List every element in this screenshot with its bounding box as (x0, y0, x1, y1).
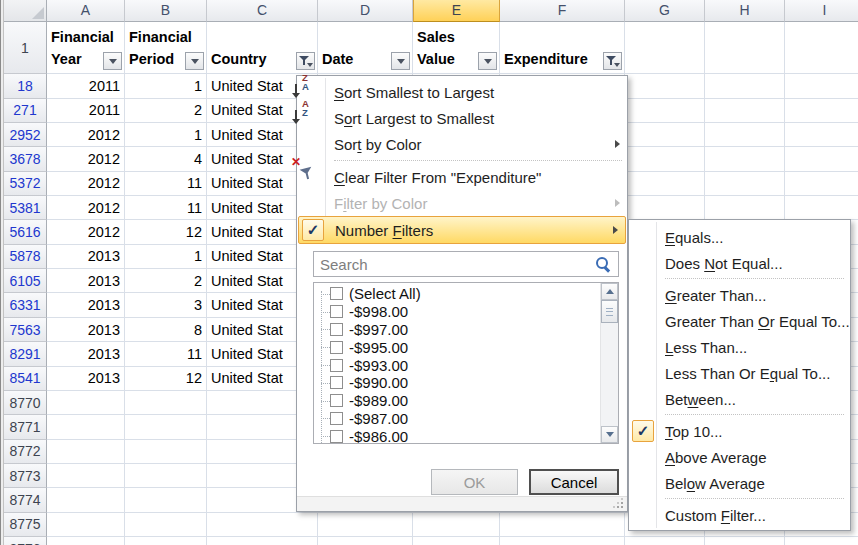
filter-value-99500[interactable]: -$995.00 (314, 338, 601, 356)
cell-B5372[interactable]: 11 (125, 172, 207, 196)
submenu-item-above-average[interactable]: Above Average (629, 444, 850, 470)
cell-E8776[interactable] (413, 537, 500, 545)
cell-A8773[interactable] (47, 464, 125, 488)
cell-H271[interactable] (705, 99, 785, 123)
cell-H3678[interactable] (705, 147, 785, 171)
resize-grip-icon[interactable] (611, 498, 623, 508)
row-header-8776[interactable]: 8776 (4, 537, 47, 545)
cell-G2952[interactable] (625, 123, 705, 147)
scrollbar-thumb[interactable] (601, 300, 618, 323)
row-header-8774[interactable]: 8774 (4, 488, 47, 512)
filter-button-date[interactable] (391, 52, 410, 70)
cell-I8776[interactable] (785, 537, 858, 545)
cell-E8775[interactable] (413, 513, 500, 537)
filter-button-financial-year[interactable] (103, 52, 122, 70)
cell-A18[interactable]: 2011 (47, 74, 125, 98)
cell-B8773[interactable] (125, 464, 207, 488)
row-header-8773[interactable]: 8773 (4, 464, 47, 488)
row-header-6331[interactable]: 6331 (4, 293, 47, 317)
cell-I271[interactable] (785, 99, 858, 123)
menu-resize-strip[interactable] (297, 496, 627, 511)
cell-B8776[interactable] (125, 537, 207, 545)
cell-G5372[interactable] (625, 172, 705, 196)
checkbox-unchecked[interactable] (330, 323, 343, 336)
filter-value-98700[interactable]: -$987.00 (314, 410, 601, 428)
row-header-271[interactable]: 271 (4, 99, 47, 123)
column-header-G[interactable]: G (625, 0, 705, 22)
cell-G271[interactable] (625, 99, 705, 123)
submenu-item-greater-than-or-equal-to[interactable]: Greater Than Or Equal To... (629, 308, 850, 334)
scroll-up-button[interactable] (601, 283, 618, 300)
filter-value-99000[interactable]: -$990.00 (314, 374, 601, 392)
filter-button-expenditure[interactable] (603, 52, 622, 70)
menu-item-number-filters[interactable]: ✓Number Filters (298, 216, 626, 244)
checkbox-unchecked[interactable] (330, 305, 343, 318)
menu-item-clear-filter-from-expenditure[interactable]: ✕Clear Filter From "Expenditure" (297, 164, 627, 190)
cell-B8771[interactable] (125, 415, 207, 439)
cell-C8776[interactable] (207, 537, 318, 545)
checkbox-unchecked[interactable] (330, 430, 343, 443)
cell-G5381[interactable] (625, 196, 705, 220)
cell-H5381[interactable] (705, 196, 785, 220)
filter-button-financial-period[interactable] (185, 52, 204, 70)
cell-B8774[interactable] (125, 488, 207, 512)
column-header-C[interactable]: C (207, 0, 318, 22)
row-header-1[interactable]: 1 (4, 22, 47, 74)
cell-I5381[interactable] (785, 196, 858, 220)
list-scrollbar[interactable] (600, 283, 618, 443)
submenu-item-custom-filter[interactable]: Custom Filter... (629, 502, 850, 528)
cell-B271[interactable]: 2 (125, 99, 207, 123)
row-header-5878[interactable]: 5878 (4, 245, 47, 269)
cell-B2952[interactable]: 1 (125, 123, 207, 147)
filter-button-country[interactable] (296, 52, 315, 70)
filter-value-98600[interactable]: -$986.00 (314, 427, 601, 443)
filter-value-select-all[interactable]: (Select All) (314, 285, 601, 303)
cell-A8771[interactable] (47, 415, 125, 439)
checkbox-unchecked[interactable] (330, 376, 343, 389)
cell-B18[interactable]: 1 (125, 74, 207, 98)
submenu-item-top-10[interactable]: ✓Top 10... (629, 418, 850, 444)
cell-B5878[interactable]: 1 (125, 245, 207, 269)
cell-A5372[interactable]: 2012 (47, 172, 125, 196)
cell-A5616[interactable]: 2012 (47, 220, 125, 244)
submenu-item-equals[interactable]: Equals... (629, 224, 850, 250)
menu-item-sort-by-color[interactable]: Sort by Color (297, 131, 627, 157)
checkbox-unchecked[interactable] (330, 287, 343, 300)
cell-A8774[interactable] (47, 488, 125, 512)
cell-A8770[interactable] (47, 391, 125, 415)
cell-I2952[interactable] (785, 123, 858, 147)
column-header-B[interactable]: B (125, 0, 207, 22)
submenu-item-between[interactable]: Between... (629, 386, 850, 412)
cell-D8775[interactable] (318, 513, 413, 537)
column-header-A[interactable]: A (47, 0, 125, 22)
row-header-8772[interactable]: 8772 (4, 440, 47, 464)
cell-B8775[interactable] (125, 513, 207, 537)
cell-A5381[interactable]: 2012 (47, 196, 125, 220)
column-header-I[interactable]: I (785, 0, 858, 22)
cancel-button[interactable]: Cancel (529, 469, 619, 495)
column-header-D[interactable]: D (318, 0, 413, 22)
submenu-item-greater-than[interactable]: Greater Than... (629, 282, 850, 308)
column-header-E[interactable]: E (413, 0, 500, 22)
cell-I5372[interactable] (785, 172, 858, 196)
checkbox-unchecked[interactable] (330, 359, 343, 372)
row-header-8770[interactable]: 8770 (4, 391, 47, 415)
menu-item-sort-largest-to-smallest[interactable]: ZASort Largest to Smallest (297, 105, 627, 131)
cell-A8776[interactable] (47, 537, 125, 545)
cell-B8541[interactable]: 12 (125, 367, 207, 391)
cell-B8772[interactable] (125, 440, 207, 464)
checkbox-unchecked[interactable] (330, 341, 343, 354)
submenu-item-less-than[interactable]: Less Than... (629, 334, 850, 360)
cell-B6331[interactable]: 3 (125, 293, 207, 317)
filter-value-99300[interactable]: -$993.00 (314, 356, 601, 374)
submenu-item-below-average[interactable]: Below Average (629, 470, 850, 496)
column-header-H[interactable]: H (705, 0, 785, 22)
filter-value-99800[interactable]: -$998.00 (314, 303, 601, 321)
filter-value-99700[interactable]: -$997.00 (314, 321, 601, 339)
cell-D8776[interactable] (318, 537, 413, 545)
cell-A8541[interactable]: 2013 (47, 367, 125, 391)
column-header-F[interactable]: F (500, 0, 625, 22)
cell-H5372[interactable] (705, 172, 785, 196)
cell-G3678[interactable] (625, 147, 705, 171)
cell-A2952[interactable]: 2012 (47, 123, 125, 147)
